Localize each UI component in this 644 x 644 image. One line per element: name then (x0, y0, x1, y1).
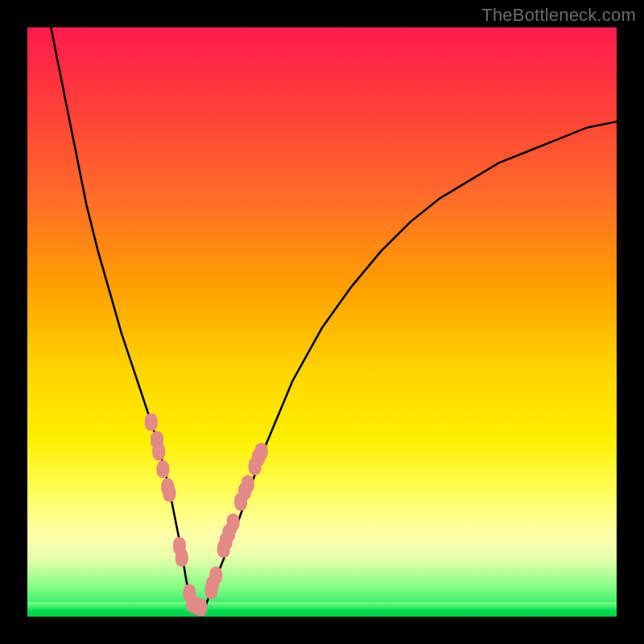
data-marker (209, 567, 222, 584)
curve-layer (27, 27, 617, 617)
data-marker (242, 475, 254, 493)
plot-area (27, 27, 617, 617)
marker-group (145, 413, 268, 616)
data-marker (227, 514, 240, 531)
data-marker (145, 413, 158, 431)
data-marker (163, 484, 175, 502)
data-marker (152, 443, 165, 460)
data-marker (156, 460, 169, 478)
chart-container: TheBottleneck.com (0, 0, 644, 644)
data-marker (194, 598, 207, 616)
watermark-text: TheBottleneck.com (481, 5, 636, 26)
data-marker (255, 443, 268, 460)
data-marker (175, 549, 188, 567)
bottleneck-curve-line (51, 27, 617, 611)
